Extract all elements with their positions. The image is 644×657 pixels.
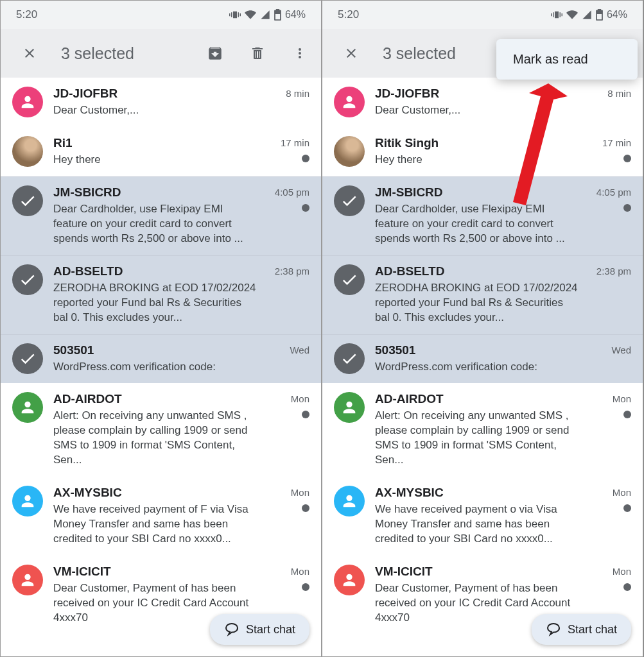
sender-name: AD-AIRDOT: [53, 392, 258, 406]
timestamp: 8 min: [607, 88, 631, 99]
message-preview: WordPress.com verification code:: [375, 360, 580, 375]
vibrate-icon: [551, 9, 562, 21]
conversation-row[interactable]: Ritik SinghHey there17 min: [322, 127, 643, 176]
timestamp: 17 min: [602, 137, 631, 148]
conversation-row[interactable]: JM-SBICRDDear Cardholder, use Flexipay E…: [1, 176, 321, 255]
conversation-content: JM-SBICRDDear Cardholder, use Flexipay E…: [53, 185, 261, 246]
signal-icon: [582, 10, 592, 20]
sender-avatar[interactable]: [334, 392, 365, 423]
archive-button[interactable]: [200, 38, 230, 68]
message-preview: Hey there: [53, 153, 258, 167]
sender-name: AD-BSELTD: [375, 264, 580, 278]
conversation-meta: 17 min: [271, 136, 309, 162]
sender-avatar[interactable]: [12, 486, 43, 516]
conversation-row[interactable]: AD-BSELTDZERODHA BROKING at EOD 17/02/20…: [1, 255, 321, 334]
close-selection-button[interactable]: [336, 38, 366, 68]
sender-avatar[interactable]: [334, 565, 365, 595]
sender-name: VM-ICICIT: [375, 565, 580, 579]
conversation-row[interactable]: JM-SBICRDDear Cardholder, use Flexipay E…: [322, 176, 643, 255]
timestamp: 8 min: [286, 88, 309, 99]
timestamp: 4:05 pm: [596, 187, 631, 198]
conversation-list-right[interactable]: JD-JIOFBRDear Customer,...8 minRitik Sin…: [322, 78, 643, 635]
phone-right: 5:20 64% 3 selected Mark as read JD-JIOF…: [322, 0, 643, 657]
conversation-content: AX-MYSBICWe have received payment of F v…: [53, 486, 261, 547]
more-button[interactable]: [285, 38, 315, 68]
conversation-row[interactable]: AD-BSELTDZERODHA BROKING at EOD 17/02/20…: [322, 255, 643, 334]
conversation-list-left[interactable]: JD-JIOFBRDear Customer,...8 minRi1Hey th…: [1, 78, 321, 635]
sender-avatar[interactable]: [334, 87, 365, 117]
sender-avatar[interactable]: [334, 486, 365, 516]
mark-as-read-item[interactable]: Mark as read: [513, 52, 621, 67]
message-preview: Dear Customer,...: [53, 103, 258, 118]
sender-name: JM-SBICRD: [375, 185, 580, 200]
sender-avatar[interactable]: [12, 87, 43, 117]
conversation-row[interactable]: AX-MYSBICWe have received payment o via …: [322, 477, 643, 556]
wifi-icon: [245, 9, 256, 21]
sender-name: 503501: [53, 343, 258, 357]
selected-check-avatar[interactable]: [12, 185, 43, 216]
status-time: 5:20: [16, 8, 37, 21]
conversation-content: JD-JIOFBRDear Customer,...: [375, 87, 582, 118]
start-chat-fab[interactable]: Start chat: [210, 614, 309, 645]
status-bar: 5:20 64%: [1, 1, 321, 29]
conversation-row[interactable]: 503501WordPress.com verification code:We…: [1, 334, 321, 384]
selected-check-avatar[interactable]: [334, 264, 365, 295]
message-preview: ZERODHA BROKING at EOD 17/02/2024 report…: [375, 281, 580, 325]
conversation-content: AD-BSELTDZERODHA BROKING at EOD 17/02/20…: [53, 264, 261, 325]
overflow-popup: Mark as read: [496, 39, 638, 80]
delete-button[interactable]: [243, 38, 272, 68]
wifi-icon: [566, 9, 578, 21]
selected-check-avatar[interactable]: [334, 343, 365, 374]
conversation-content: AD-AIRDOTAlert: On receiving any unwante…: [375, 392, 582, 468]
chat-bubble-icon: [224, 622, 239, 637]
timestamp: Mon: [291, 487, 309, 498]
sender-name: JD-JIOFBR: [53, 87, 258, 101]
message-preview: Hey there: [375, 153, 580, 167]
fab-label: Start chat: [246, 623, 295, 636]
conversation-meta: 8 min: [271, 87, 309, 99]
status-icons: 64%: [551, 9, 627, 21]
chat-bubble-icon: [546, 622, 561, 637]
unread-indicator-icon: [623, 583, 631, 591]
unread-indicator-icon: [302, 155, 309, 162]
conversation-row[interactable]: JD-JIOFBRDear Customer,...8 min: [1, 78, 321, 127]
start-chat-fab[interactable]: Start chat: [532, 614, 631, 645]
conversation-content: JD-JIOFBRDear Customer,...: [53, 87, 261, 118]
selected-check-avatar[interactable]: [12, 343, 43, 374]
sender-name: JD-JIOFBR: [375, 87, 580, 101]
archive-icon: [207, 45, 223, 62]
conversation-row[interactable]: AD-AIRDOTAlert: On receiving any unwante…: [1, 383, 321, 477]
sender-name: AD-BSELTD: [53, 264, 258, 278]
battery-percent: 64%: [285, 9, 306, 21]
unread-indicator-icon: [302, 583, 309, 591]
timestamp: Wed: [290, 345, 309, 355]
fab-label: Start chat: [568, 623, 617, 636]
close-selection-button[interactable]: [15, 38, 44, 68]
sender-name: Ri1: [53, 136, 258, 150]
vibrate-icon: [229, 9, 241, 21]
sender-avatar[interactable]: [12, 136, 43, 167]
conversation-row[interactable]: 503501WordPress.com verification code:We…: [322, 334, 643, 384]
status-icons: 64%: [229, 9, 306, 21]
unread-indicator-icon: [302, 204, 309, 212]
sender-avatar[interactable]: [12, 392, 43, 423]
conversation-meta: Mon: [271, 565, 309, 591]
sender-avatar[interactable]: [334, 136, 365, 167]
conversation-meta: 17 min: [593, 136, 631, 162]
selected-check-avatar[interactable]: [12, 264, 43, 295]
sender-name: AX-MYSBIC: [375, 486, 580, 500]
sender-avatar[interactable]: [12, 565, 43, 595]
selected-check-avatar[interactable]: [334, 185, 365, 216]
conversation-row[interactable]: Ri1Hey there17 min: [1, 127, 321, 176]
status-bar: 5:20 64%: [322, 1, 643, 29]
selection-app-bar: 3 selected: [1, 29, 321, 78]
selection-title: 3 selected: [57, 44, 187, 63]
unread-indicator-icon: [623, 155, 631, 162]
conversation-content: AD-AIRDOTAlert: On receiving any unwante…: [53, 392, 261, 468]
conversation-row[interactable]: AD-AIRDOTAlert: On receiving any unwante…: [322, 383, 643, 477]
conversation-row[interactable]: JD-JIOFBRDear Customer,...8 min: [322, 78, 643, 127]
conversation-meta: 4:05 pm: [271, 185, 309, 212]
conversation-meta: Mon: [593, 565, 631, 591]
timestamp: Mon: [613, 487, 631, 498]
conversation-row[interactable]: AX-MYSBICWe have received payment of F v…: [1, 477, 321, 556]
